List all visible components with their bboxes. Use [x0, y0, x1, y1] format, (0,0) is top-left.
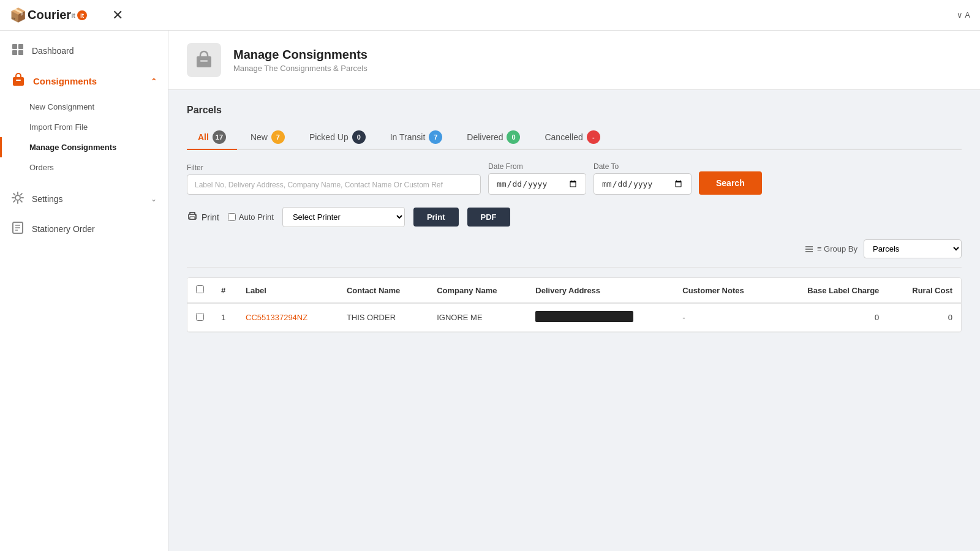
tab-new-badge: 7 [271, 130, 285, 144]
svg-rect-7 [16, 80, 21, 81]
sidebar-item-dashboard-label: Dashboard [32, 46, 157, 56]
consignments-icon [11, 73, 26, 89]
print-label: Print [187, 211, 219, 223]
sidebar-stationery-label: Stationery Order [32, 224, 157, 234]
svg-rect-6 [13, 77, 24, 86]
sidebar: Dashboard Consignments ⌃ New Consignment… [0, 31, 168, 551]
tab-picked-up-label: Picked Up [309, 132, 349, 142]
row-customer-notes: - [674, 303, 774, 332]
th-customer-notes: Customer Notes [674, 278, 774, 303]
main-content: Manage Consignments Manage The Consignme… [168, 31, 980, 551]
auto-print-checkbox[interactable] [228, 213, 236, 221]
filter-input[interactable] [187, 174, 481, 195]
printer-select[interactable]: Select Printer [282, 207, 405, 227]
logo-badge-icon: it [77, 10, 88, 21]
consignments-table: # Label Contact Name Company Name Delive… [187, 278, 961, 332]
tab-new[interactable]: New 7 [239, 126, 296, 150]
date-from-label: Date From [488, 162, 586, 171]
tab-cancelled-label: Cancelled [545, 132, 582, 142]
redacted-address [535, 311, 633, 322]
filter-label: Filter [187, 163, 481, 172]
tab-in-transit[interactable]: In Transit 7 [379, 126, 454, 150]
select-all-checkbox[interactable] [196, 285, 204, 293]
sidebar-settings-label: Settings [32, 194, 143, 204]
sidebar-consignments-label: Consignments [33, 76, 97, 86]
sidebar-item-stationery[interactable]: Stationery Order [0, 214, 168, 244]
tab-all-label: All [198, 132, 209, 142]
th-label: Label [237, 278, 338, 303]
content-area: Parcels All 17 New 7 Picked Up 0 In Tran… [168, 90, 980, 347]
print-row: Print Auto Print Select Printer Print PD… [187, 207, 962, 227]
tab-picked-up-badge: 0 [352, 130, 366, 144]
search-button[interactable]: Search [699, 171, 762, 195]
table-row: 1 CC551337294NZ THIS ORDER IGNORE ME - 0 [187, 303, 961, 332]
settings-chevron-icon: ⌄ [151, 195, 157, 203]
date-to-label: Date To [594, 162, 692, 171]
date-to-group: Date To [594, 162, 692, 195]
tab-all[interactable]: All 17 [187, 126, 237, 150]
page-subtitle: Manage The Consignments & Parcels [233, 64, 368, 73]
tab-new-label: New [251, 132, 268, 142]
tab-delivered[interactable]: Delivered 0 [456, 126, 531, 150]
date-from-input[interactable] [488, 173, 586, 195]
sidebar-item-dashboard[interactable]: Dashboard [0, 36, 168, 66]
th-company-name: Company Name [428, 278, 527, 303]
sidebar-item-manage-label: Manage Consignments [29, 143, 116, 152]
table-divider [187, 267, 962, 268]
svg-rect-2 [12, 44, 17, 49]
sidebar-item-orders-label: Orders [29, 163, 54, 172]
sidebar-section-consignments[interactable]: Consignments ⌃ [0, 66, 168, 97]
row-delivery-address [527, 303, 674, 332]
pdf-button[interactable]: PDF [467, 208, 510, 227]
row-number: 1 [213, 303, 237, 332]
filter-row: Filter Date From Date To Search [187, 162, 962, 195]
row-checkbox[interactable] [196, 313, 204, 321]
sidebar-item-manage-consignments[interactable]: Manage Consignments [0, 137, 168, 157]
sidebar-item-settings[interactable]: Settings ⌄ [0, 184, 168, 214]
printer-icon [187, 211, 198, 223]
th-rural-cost: Rural Cost [888, 278, 961, 303]
parcels-tabs: All 17 New 7 Picked Up 0 In Transit 7 De… [187, 126, 962, 150]
row-rural-cost: 0 [888, 303, 961, 332]
tab-picked-up[interactable]: Picked Up 0 [298, 126, 377, 150]
sidebar-item-new-consignment[interactable]: New Consignment [0, 97, 168, 117]
row-label: CC551337294NZ [237, 303, 338, 332]
groupby-row: ≡ Group By Parcels Consignments [187, 239, 962, 258]
row-contact-name: THIS ORDER [338, 303, 428, 332]
svg-rect-5 [18, 50, 23, 55]
dashboard-icon [11, 43, 24, 58]
svg-point-17 [195, 216, 196, 217]
consignments-chevron-icon: ⌃ [151, 77, 157, 86]
svg-rect-3 [18, 44, 23, 49]
label-link[interactable]: CC551337294NZ [246, 313, 307, 322]
sidebar-item-new-consignment-label: New Consignment [29, 102, 94, 111]
groupby-select[interactable]: Parcels Consignments [864, 239, 962, 258]
svg-rect-16 [190, 217, 195, 219]
svg-rect-4 [12, 50, 17, 55]
parcels-section-title: Parcels [187, 105, 962, 116]
logo: 📦 Courierit it [10, 7, 88, 23]
th-base-label-charge: Base Label Charge [774, 278, 888, 303]
tab-in-transit-badge: 7 [429, 130, 442, 144]
tab-in-transit-label: In Transit [390, 132, 426, 142]
tab-delivered-label: Delivered [467, 132, 503, 142]
auto-print-checkbox-label[interactable]: Auto Print [228, 212, 274, 222]
page-header-text: Manage Consignments Manage The Consignme… [233, 48, 368, 73]
topbar: 📦 Courierit it ✕ ∨ A [0, 0, 980, 31]
sidebar-item-orders[interactable]: Orders [0, 157, 168, 178]
groupby-icon [804, 244, 814, 254]
print-button[interactable]: Print [413, 208, 459, 227]
row-base-label-charge: 0 [774, 303, 888, 332]
close-button[interactable]: ✕ [112, 7, 123, 23]
sidebar-item-import-from-file[interactable]: Import From File [0, 117, 168, 137]
row-checkbox-cell [187, 303, 213, 332]
svg-rect-14 [200, 60, 208, 62]
page-header-icon [187, 43, 221, 77]
th-checkbox [187, 278, 213, 303]
date-from-group: Date From [488, 162, 586, 195]
date-to-input[interactable] [594, 173, 692, 195]
page-header: Manage Consignments Manage The Consignme… [168, 31, 980, 90]
th-number: # [213, 278, 237, 303]
tab-cancelled[interactable]: Cancelled - [533, 126, 611, 150]
page-title: Manage Consignments [233, 48, 368, 62]
